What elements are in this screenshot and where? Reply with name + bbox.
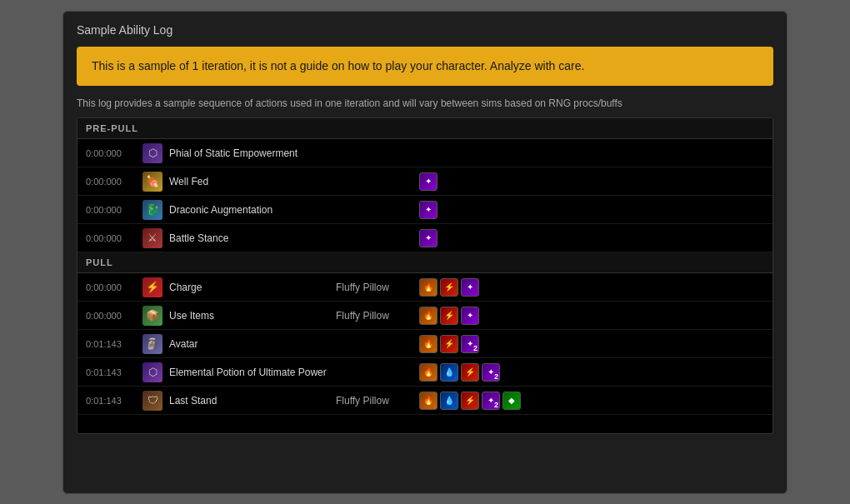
buff-count: 2: [494, 372, 498, 381]
ability-icon: ⬡: [142, 143, 162, 163]
ability-icon: 🍖: [142, 172, 162, 192]
row-time: 0:00:000: [86, 282, 142, 292]
buff-icon: ◆: [502, 392, 521, 410]
ability-icon: ⚡: [142, 277, 162, 297]
ability-name: Draconic Augmentation: [169, 204, 336, 216]
buff-icon: ⚡: [440, 278, 458, 297]
ability-name: Well Fed: [169, 176, 336, 187]
buff-icon: ✦: [419, 229, 438, 247]
ability-name: Phial of Static Empowerment: [169, 147, 336, 159]
target-name: Fluffy Pillow: [336, 282, 419, 293]
ability-icon: 🛡: [142, 391, 162, 411]
description-text: This log provides a sample sequence of a…: [77, 97, 773, 109]
buff-icon: 🔥: [419, 278, 438, 297]
log-row: 0:01:143⬡Elemental Potion of Ultimate Po…: [78, 358, 772, 387]
log-row: 0:01:143🛡Last StandFluffy Pillow🔥💧⚡✦2◆: [78, 387, 772, 415]
row-time: 0:01:143: [86, 367, 142, 377]
buff-icons: 🔥⚡✦2: [419, 335, 479, 353]
buff-icon: ⚡: [461, 363, 479, 382]
buff-icons: 🔥⚡✦: [419, 307, 479, 325]
panel-title: Sample Ability Log: [77, 23, 773, 37]
row-time: 0:00:000: [86, 205, 142, 215]
ability-name: Charge: [169, 282, 336, 293]
log-row: 0:00:000⚔Battle Stance✦: [78, 224, 772, 252]
buff-icon: ✦2: [482, 363, 500, 382]
buff-icon: ✦2: [461, 335, 479, 353]
buff-count: 2: [473, 344, 478, 352]
buff-count: 2: [494, 401, 498, 409]
buff-icons: 🔥💧⚡✦2: [419, 363, 500, 382]
buff-icon: 🔥: [419, 307, 438, 325]
row-time: 0:00:000: [86, 233, 142, 243]
log-row: 0:00:000📦Use ItemsFluffy Pillow🔥⚡✦: [78, 302, 772, 330]
ability-name: Use Items: [169, 310, 336, 322]
ability-icon: ⚔: [142, 228, 162, 248]
warning-box: This is a sample of 1 iteration, it is n…: [77, 47, 773, 87]
sample-ability-log-panel: Sample Ability Log This is a sample of 1…: [62, 11, 788, 494]
row-time: 0:00:000: [86, 177, 142, 187]
buff-icon: 🔥: [419, 363, 438, 382]
buff-icon: 🔥: [419, 335, 438, 353]
buff-icon: ⚡: [461, 392, 479, 410]
log-row: 0:00:000🍖Well Fed✦: [78, 167, 772, 196]
row-time: 0:00:000: [86, 311, 142, 321]
ability-icon: 🗿: [142, 334, 162, 354]
buff-icons: ✦: [419, 201, 438, 219]
ability-icon: ⬡: [142, 362, 162, 382]
log-row: 0:00:000🐉Draconic Augmentation✦: [78, 196, 772, 224]
target-name: Fluffy Pillow: [336, 395, 419, 407]
log-row: 0:01:143🗿Avatar🔥⚡✦2: [78, 330, 772, 358]
buff-icons: 🔥⚡✦: [419, 278, 479, 297]
buff-icons: ✦: [419, 172, 438, 191]
log-container[interactable]: PRE-PULL 0:00:000⬡Phial of Static Empowe…: [77, 117, 773, 434]
row-time: 0:00:000: [86, 148, 142, 158]
buff-icon: 💧: [440, 392, 458, 410]
ability-icon: 📦: [142, 306, 162, 326]
row-time: 0:01:143: [86, 339, 142, 349]
ability-name: Avatar: [169, 338, 336, 350]
buff-icon: ✦2: [482, 392, 500, 410]
buff-icons: 🔥💧⚡✦2◆: [419, 392, 521, 410]
buff-icon: ⚡: [440, 307, 458, 325]
buff-icon: 💧: [440, 363, 458, 382]
buff-icon: ✦: [461, 307, 479, 325]
buff-icon: ✦: [419, 172, 438, 191]
row-time: 0:01:143: [86, 396, 142, 406]
ability-name: Last Stand: [169, 395, 336, 407]
buff-icon: ✦: [419, 201, 438, 219]
log-row: 0:00:000⬡Phial of Static Empowerment: [78, 139, 772, 167]
buff-icon: ⚡: [440, 335, 458, 353]
log-row: 0:00:000⚡ChargeFluffy Pillow🔥⚡✦: [78, 273, 772, 302]
prepull-header: PRE-PULL: [78, 118, 772, 139]
ability-name: Battle Stance: [169, 232, 336, 244]
buff-icons: ✦: [419, 229, 438, 247]
ability-name: Elemental Potion of Ultimate Power: [169, 367, 336, 378]
ability-icon: 🐉: [142, 200, 162, 220]
pull-header: PULL: [78, 252, 772, 273]
target-name: Fluffy Pillow: [336, 310, 419, 322]
buff-icon: 🔥: [419, 392, 438, 410]
buff-icon: ✦: [461, 278, 479, 297]
